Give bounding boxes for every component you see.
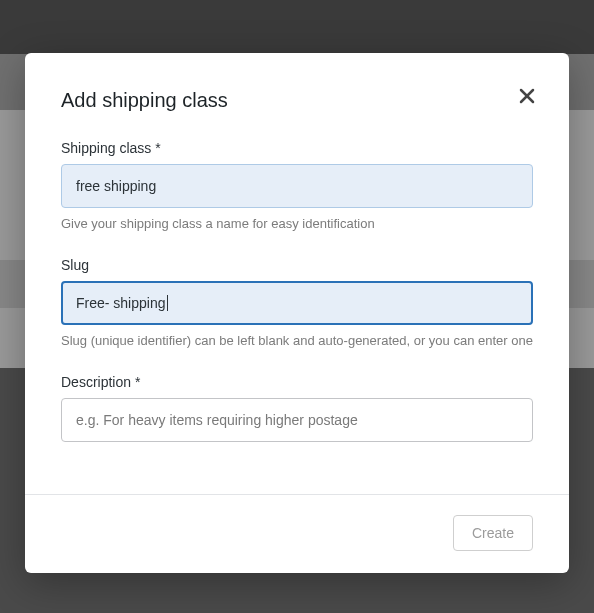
text-caret — [167, 295, 168, 311]
description-input[interactable] — [61, 398, 533, 442]
slug-field-group: Slug Free- shipping Slug (unique identif… — [61, 257, 533, 348]
create-button[interactable]: Create — [453, 515, 533, 551]
slug-input-value: Free- shipping — [76, 296, 166, 310]
shipping-class-field-group: Shipping class * Give your shipping clas… — [61, 140, 533, 231]
shipping-class-input[interactable] — [61, 164, 533, 208]
slug-input[interactable]: Free- shipping — [61, 281, 533, 325]
shipping-class-help: Give your shipping class a name for easy… — [61, 216, 533, 231]
shipping-class-label: Shipping class * — [61, 140, 533, 156]
modal-title: Add shipping class — [61, 89, 533, 112]
modal-footer: Create — [25, 494, 569, 573]
close-button[interactable] — [515, 85, 539, 109]
slug-help: Slug (unique identifier) can be left bla… — [61, 333, 533, 348]
description-field-group: Description * — [61, 374, 533, 442]
modal-body: Add shipping class Shipping class * Give… — [25, 53, 569, 494]
description-label: Description * — [61, 374, 533, 390]
slug-label: Slug — [61, 257, 533, 273]
close-icon — [519, 88, 535, 107]
add-shipping-class-modal: Add shipping class Shipping class * Give… — [25, 53, 569, 573]
